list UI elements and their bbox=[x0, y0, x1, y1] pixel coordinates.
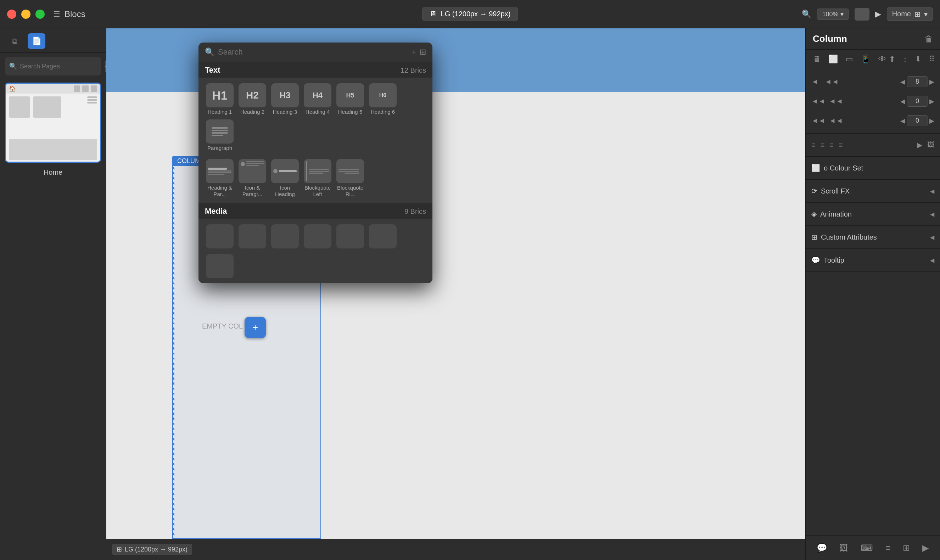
align-middle-icon[interactable]: ↕ bbox=[902, 53, 908, 65]
distribute-icon[interactable]: ⠿ bbox=[928, 53, 936, 65]
sidebar-tab-pages[interactable]: 📄 bbox=[28, 33, 45, 49]
footer-viewport-label[interactable]: ⊞ LG (1200px → 992px) bbox=[112, 544, 192, 555]
colour-set-label: ⬜ o Colour Set bbox=[811, 164, 863, 172]
add-bric-button[interactable]: + bbox=[245, 317, 266, 338]
text-align-center-icon[interactable]: ≡ bbox=[820, 141, 825, 149]
margin-top-increase[interactable]: ▶ bbox=[929, 97, 934, 105]
search-icon: 🔍 bbox=[802, 9, 811, 19]
bric-item-h3[interactable]: H3 Heading 3 bbox=[270, 83, 300, 115]
bric-item-h4[interactable]: H4 Heading 4 bbox=[303, 83, 332, 115]
viewport-selector[interactable]: 🖥 LG (1200px → 992px) bbox=[422, 7, 518, 21]
bric-text-title: Text bbox=[205, 66, 220, 75]
right-sidebar-title: Column bbox=[813, 33, 847, 44]
tablet-icon[interactable]: ⬜ bbox=[827, 53, 839, 65]
margin-bottom-increase[interactable]: ▶ bbox=[929, 117, 934, 125]
bric-item-h2[interactable]: H2 Heading 2 bbox=[237, 83, 267, 115]
right-sidebar-header: Column 🗑 bbox=[806, 28, 940, 49]
preview-square[interactable] bbox=[855, 8, 869, 20]
monitor-icon: 🖥 bbox=[429, 10, 437, 18]
code-icon[interactable]: ⌨ bbox=[861, 543, 873, 553]
padding-section: ◄ ◄◄ ◀ ▶ ◄◄ ◄◄ ◀ ▶ ◄◄ ◄◄ bbox=[806, 69, 940, 134]
video-icon[interactable]: ▶ bbox=[917, 141, 922, 149]
bric-item-media-5[interactable] bbox=[335, 225, 365, 250]
bric-thumb-media-7 bbox=[206, 254, 234, 278]
scroll-fx-icon: ⟳ bbox=[811, 187, 817, 195]
bric-thumb-media-3 bbox=[271, 225, 299, 248]
margin-bottom-decrease[interactable]: ◀ bbox=[900, 117, 905, 125]
align-bottom-icon[interactable]: ⬇ bbox=[914, 53, 923, 65]
bric-item-media-3[interactable] bbox=[270, 225, 300, 250]
tooltip-row[interactable]: 💬 Tooltip ◀ bbox=[811, 252, 934, 269]
margin-top-row: ◄◄ ◄◄ ◀ ▶ bbox=[811, 91, 934, 111]
bric-thumb-blockquote-left bbox=[304, 159, 331, 183]
pages-search-bar: 🔍 + bbox=[5, 57, 101, 75]
bric-item-icon-heading[interactable]: Icon Heading bbox=[270, 159, 300, 197]
bric-item-paragraph[interactable]: Paragraph bbox=[205, 120, 235, 151]
empty-col-label: EMPTY COL 4 bbox=[202, 322, 248, 330]
bric-item-media-2[interactable] bbox=[237, 225, 267, 250]
tooltip-label: 💬 Tooltip bbox=[811, 256, 844, 265]
search-pages-input[interactable] bbox=[20, 63, 102, 70]
custom-attributes-row[interactable]: ⊞ Custom Attributes ◀ bbox=[811, 229, 934, 246]
close-button[interactable] bbox=[7, 9, 16, 19]
traffic-lights bbox=[7, 9, 45, 19]
image-bottom-icon[interactable]: 🖼 bbox=[840, 543, 848, 553]
eye-icon[interactable]: 👁 bbox=[877, 53, 888, 65]
bric-media-grid bbox=[198, 219, 432, 283]
video-bottom-icon[interactable]: ▶ bbox=[922, 543, 929, 553]
padding-input[interactable] bbox=[907, 76, 928, 87]
titlebar: ☰ Blocs 🖥 LG (1200px → 992px) 🔍 100% ▾ ▶… bbox=[0, 0, 940, 28]
bric-search-input[interactable] bbox=[218, 48, 408, 57]
maximize-button[interactable] bbox=[35, 9, 45, 19]
play-button[interactable]: ▶ bbox=[875, 9, 881, 19]
margin-bottom-input[interactable] bbox=[907, 115, 928, 126]
bric-item-h5[interactable]: H5 Heading 5 bbox=[335, 83, 365, 115]
page-name-label: Home bbox=[0, 166, 106, 179]
mobile-icon[interactable]: 📱 bbox=[860, 53, 872, 65]
bric-thumb-media-4 bbox=[304, 225, 331, 248]
table-bottom-icon[interactable]: ⊞ bbox=[903, 543, 910, 553]
padding-increase[interactable]: ▶ bbox=[929, 78, 934, 86]
bric-label-h4: Heading 4 bbox=[306, 109, 330, 115]
text-align-left-icon[interactable]: ≡ bbox=[811, 141, 815, 149]
desktop-icon[interactable]: 🖥 bbox=[811, 53, 822, 65]
animation-row[interactable]: ◈ Animation ◀ bbox=[811, 206, 934, 223]
bric-search-bar: 🔍 + ⊞ bbox=[198, 43, 432, 62]
text-align-justify-icon[interactable]: ≡ bbox=[838, 141, 843, 149]
align-top-icon[interactable]: ⬆ bbox=[888, 53, 897, 65]
pages-icon: 📄 bbox=[32, 37, 42, 46]
margin-top-input[interactable] bbox=[907, 96, 928, 107]
tablet-sm-icon[interactable]: ▭ bbox=[844, 53, 855, 65]
bric-list-icon[interactable]: ⊞ bbox=[420, 48, 426, 57]
image-icon[interactable]: 🖼 bbox=[927, 141, 934, 149]
bric-label-h1: Heading 1 bbox=[208, 109, 232, 115]
bric-item-media-1[interactable] bbox=[205, 225, 235, 250]
delete-icon[interactable]: 🗑 bbox=[925, 34, 933, 44]
text-alignment-section: ≡ ≡ ≡ ≡ ▶ 🖼 bbox=[806, 134, 940, 157]
bric-item-blockquote-left[interactable]: Blockquote Left bbox=[303, 159, 332, 197]
minimize-button[interactable] bbox=[21, 9, 31, 19]
list-bottom-icon[interactable]: ≡ bbox=[885, 543, 890, 553]
chat-icon[interactable]: 💬 bbox=[817, 543, 827, 553]
viewport-label: LG (1200px → 992px) bbox=[441, 10, 511, 18]
margin-top-spinner: ◀ ▶ bbox=[900, 96, 934, 107]
page-thumbnail-home[interactable]: 🏠 bbox=[5, 83, 101, 163]
bric-item-heading-par[interactable]: Heading & Par... bbox=[205, 159, 235, 197]
page-selector[interactable]: Home ⊞ ▾ bbox=[887, 8, 933, 21]
bric-item-h6[interactable]: H6 Heading 6 bbox=[368, 83, 398, 115]
bric-item-h1[interactable]: H1 Heading 1 bbox=[205, 83, 235, 115]
zoom-selector[interactable]: 100% ▾ bbox=[817, 9, 849, 20]
bric-item-media-6[interactable] bbox=[368, 225, 398, 250]
bric-item-media-7[interactable] bbox=[205, 254, 235, 280]
margin-top-decrease[interactable]: ◀ bbox=[900, 97, 905, 105]
bric-item-media-4[interactable] bbox=[303, 225, 332, 250]
colour-set-section: ⬜ o Colour Set bbox=[806, 157, 940, 180]
bric-item-icon-paragraph[interactable]: Icon & Paragr... bbox=[237, 159, 267, 197]
bric-item-blockquote-right[interactable]: Blockquote Ri... bbox=[335, 159, 365, 197]
bric-add-icon[interactable]: + bbox=[412, 48, 416, 57]
text-align-right-icon[interactable]: ≡ bbox=[829, 141, 834, 149]
sidebar-tab-layers[interactable]: ⧉ bbox=[6, 33, 23, 49]
page-selector-chevron: ▾ bbox=[924, 10, 928, 18]
padding-decrease[interactable]: ◀ bbox=[900, 78, 905, 86]
scroll-fx-row[interactable]: ⟳ Scroll FX ◀ bbox=[811, 183, 934, 200]
